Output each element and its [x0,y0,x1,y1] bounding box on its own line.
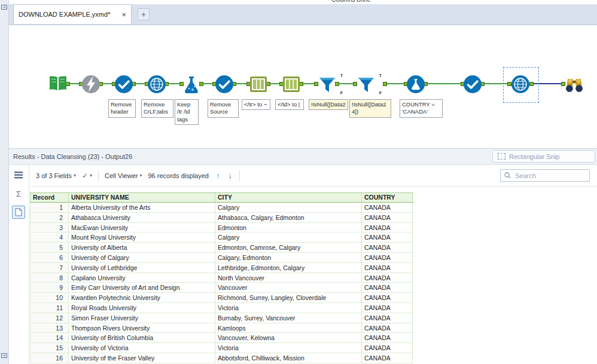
tool-annotation[interactable]: !IsNull([Data2 [309,99,348,110]
country-cell[interactable]: CANADA [362,273,413,283]
column-header-record[interactable]: Record [30,193,69,202]
record-number-cell[interactable]: 5 [30,243,69,252]
country-cell[interactable]: CANADA [362,223,413,233]
tool-filter-1[interactable]: T F [316,74,338,95]
tool-annotation[interactable]: COUNTRY = 'CANADA' [400,99,443,118]
tool-annotation[interactable]: !IsNull([Data24]) [349,99,391,118]
column-header-city[interactable]: CITY [215,193,362,202]
country-cell[interactable]: CANADA [362,323,413,333]
record-number-cell[interactable]: 12 [30,313,69,323]
results-view-source-button[interactable] [12,206,25,219]
university-cell[interactable]: Athabasca University [69,213,215,222]
tool-formula[interactable] [405,74,427,95]
tool-check-2[interactable] [214,74,235,95]
record-number-cell[interactable]: 2 [30,213,69,222]
city-cell[interactable]: Kamloops [215,323,362,333]
connection-wire[interactable] [427,83,462,84]
university-cell[interactable]: Royal Roads University [69,303,215,313]
country-cell[interactable]: CANADA [362,263,413,273]
city-cell[interactable]: Victoria [215,343,362,353]
connection-wire[interactable] [135,83,146,84]
tool-annotation[interactable]: Remove Source [208,99,239,118]
record-number-cell[interactable]: 13 [30,323,69,333]
university-cell[interactable]: Thompson Rivers University [69,323,215,333]
connection-wire[interactable] [202,83,214,84]
city-cell[interactable]: Lethbridge, Edmonton, Calgary [215,263,362,273]
connection-wire[interactable] [386,83,405,84]
column-header-university-name[interactable]: UNIVERSITY NAME [69,193,215,202]
record-number-cell[interactable]: 9 [30,283,69,292]
tool-annotation[interactable]: Remove header [108,99,136,118]
tool-data-cleansing[interactable] [181,74,202,95]
university-cell[interactable]: University of Victoria [69,343,215,353]
record-number-cell[interactable]: 8 [30,273,69,283]
city-cell[interactable]: Athabasca, Calgary, Edmonton [215,213,362,222]
country-cell[interactable]: CANADA [362,293,413,302]
country-cell[interactable]: CANADA [362,233,413,242]
connection-wire[interactable] [338,83,354,84]
country-cell[interactable]: CANADA [362,213,413,222]
city-cell[interactable]: Edmonton, Camrose, Calgary [215,243,362,252]
cell-viewer-dropdown[interactable]: Cell Viewer ▾ [105,172,142,179]
university-cell[interactable]: University of British Columbia [69,333,215,342]
tool-browse[interactable] [564,74,585,95]
country-cell[interactable]: CANADA [362,203,413,212]
record-number-cell[interactable]: 1 [30,203,69,212]
tool-annotation[interactable]: </tr> to ~ [242,99,270,110]
city-cell[interactable]: Vancouver, Kelowna [215,333,362,342]
tool-download[interactable] [80,74,102,95]
university-cell[interactable]: Mount Royal University [69,233,215,242]
apply-check-dropdown[interactable]: ✓ ▾ [82,172,92,180]
city-cell[interactable]: Richmond, Surrey, Langley, Cloverdale [215,293,362,302]
city-cell[interactable]: North Vancouver [215,273,362,283]
university-cell[interactable]: Emily Carr University of Art and Design [69,283,215,292]
city-cell[interactable]: Abbotsford, Chilliwack, Mission [215,353,362,363]
university-cell[interactable]: MacEwan University [69,223,215,233]
city-cell[interactable]: Burnaby, Surrey, Vancouver [215,313,362,323]
university-cell[interactable]: Capilano University [69,273,215,283]
city-cell[interactable]: Victoria [215,303,362,313]
record-number-cell[interactable]: 11 [30,303,69,313]
search-input[interactable] [514,172,586,180]
city-cell[interactable]: Vancouver [215,283,362,292]
city-cell[interactable]: Calgary [215,233,362,242]
connection-wire[interactable] [69,83,80,84]
connection-wire[interactable] [167,83,181,84]
tool-annotation[interactable]: Remove CrLF,tabs [141,99,173,118]
record-number-cell[interactable]: 16 [30,353,69,363]
country-cell[interactable]: CANADA [362,243,413,252]
university-cell[interactable]: University of Calgary [69,253,215,262]
scroll-down-button[interactable]: ↓ [227,171,233,180]
record-number-cell[interactable]: 4 [30,233,69,242]
country-cell[interactable]: CANADA [362,313,413,323]
record-number-cell[interactable]: 14 [30,333,69,342]
country-cell[interactable]: CANADA [362,333,413,342]
panel-toggle-bottom-icon[interactable] [1,352,8,359]
record-number-cell[interactable]: 10 [30,293,69,302]
workflow-canvas[interactable]: T F T F [8,25,597,148]
connection-wire[interactable] [235,83,248,84]
connection-wire[interactable] [269,83,281,84]
tool-check-1[interactable] [113,74,135,95]
record-number-cell[interactable]: 6 [30,253,69,262]
tool-text-to-columns-2[interactable] [281,74,302,95]
column-header-country[interactable]: COUNTRY [362,193,413,202]
record-number-cell[interactable]: 7 [30,263,69,273]
city-cell[interactable]: Calgary [215,203,362,212]
tool-regex-1[interactable] [146,74,167,95]
record-number-cell[interactable]: 3 [30,223,69,233]
scroll-up-button[interactable]: ↑ [215,171,221,180]
country-cell[interactable]: CANADA [362,303,413,313]
university-cell[interactable]: University of Alberta [69,243,215,252]
fields-dropdown[interactable]: 3 of 3 Fields ▾ [36,172,76,179]
university-cell[interactable]: University of Lethbridge [69,263,215,273]
city-cell[interactable]: Edmonton [215,223,362,233]
tool-regex-2-selected[interactable] [510,74,531,95]
country-cell[interactable]: CANADA [362,253,413,262]
new-tab-button[interactable]: + [138,8,150,20]
university-cell[interactable]: Kwantlen Polytechnic University [69,293,215,302]
search-box[interactable] [500,169,590,182]
workflow-tab[interactable]: DOWNLOAD EXAMPLE.yxmd* × [13,4,132,24]
tool-annotation[interactable]: Keep /tr /td tags [175,99,199,125]
tool-text-to-columns-1[interactable] [248,74,269,95]
